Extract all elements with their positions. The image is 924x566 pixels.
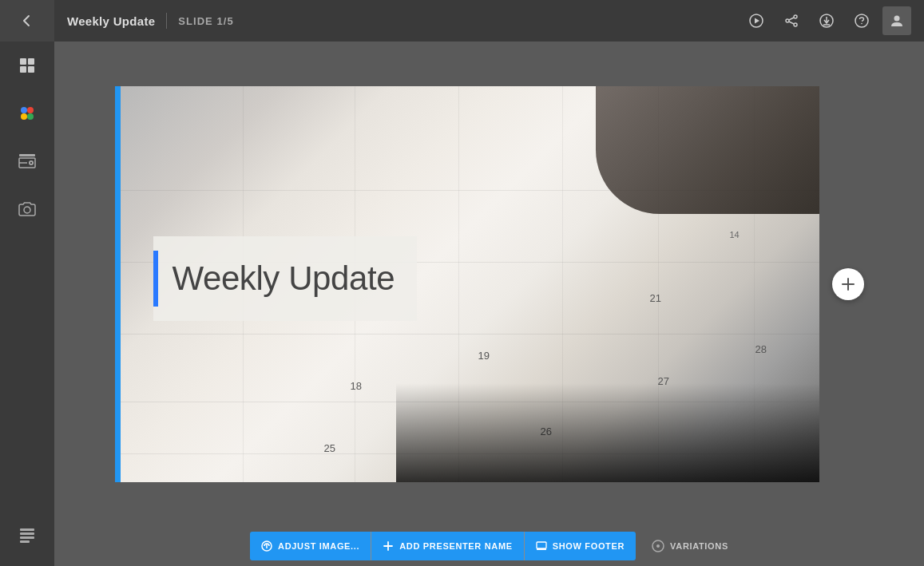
show-footer-button[interactable]: SHOW FOOTER: [525, 532, 636, 560]
cal-num-25: 25: [324, 442, 335, 454]
toolbar-button-group: ADJUST IMAGE... ADD PRESENTER NAME SHOW …: [250, 532, 636, 560]
sidebar: [0, 0, 54, 566]
download-button[interactable]: [812, 6, 841, 35]
svg-point-29: [861, 23, 863, 25]
slide-counter: SLIDE 1/5: [178, 15, 233, 27]
svg-rect-0: [20, 58, 26, 65]
presentation-title: Weekly Update: [67, 14, 155, 28]
share-button[interactable]: [777, 6, 806, 35]
svg-rect-16: [20, 536, 34, 539]
show-footer-icon: [536, 541, 547, 551]
slide-settings-icon: [18, 152, 37, 171]
adjust-image-label: ADJUST IMAGE...: [278, 541, 359, 551]
adjust-image-button[interactable]: ADJUST IMAGE...: [250, 532, 371, 560]
sidebar-item-settings[interactable]: [0, 137, 54, 185]
cal-num-19: 19: [478, 350, 490, 362]
sidebar-item-camera[interactable]: [0, 185, 54, 233]
svg-point-40: [656, 544, 660, 548]
svg-rect-38: [537, 548, 546, 550]
add-slide-button[interactable]: [832, 268, 864, 300]
svg-point-21: [794, 23, 797, 26]
cal-num-18: 18: [351, 380, 362, 392]
svg-rect-2: [20, 66, 26, 73]
slide-title: Weekly Update: [173, 259, 395, 298]
svg-rect-15: [20, 532, 34, 535]
svg-marker-19: [755, 18, 759, 24]
svg-rect-14: [20, 528, 34, 531]
content-area: 18 19 21 25 26 27 28 29 14 Weekly Update: [54, 42, 924, 526]
add-presenter-button[interactable]: ADD PRESENTER NAME: [371, 532, 523, 560]
topbar-actions: [742, 6, 911, 35]
svg-point-30: [894, 16, 900, 22]
show-footer-label: SHOW FOOTER: [553, 541, 625, 551]
list-icon: [18, 527, 36, 544]
back-button[interactable]: [0, 0, 54, 42]
topbar-divider: [166, 13, 167, 29]
share-icon: [784, 14, 799, 28]
svg-point-5: [27, 107, 34, 113]
apps-icon: [18, 104, 37, 123]
plus-icon: [840, 276, 856, 292]
main-area: Weekly Update SLIDE 1/5: [54, 0, 924, 566]
title-accent-bar: [153, 251, 158, 307]
cal-num-21: 21: [650, 292, 661, 304]
svg-rect-3: [28, 66, 34, 73]
svg-point-22: [786, 19, 789, 22]
slide-dark-corner: [596, 86, 819, 214]
slide-title-box: Weekly Update: [153, 236, 418, 321]
slide-dark-bottom: [396, 383, 819, 482]
svg-point-6: [21, 113, 27, 120]
svg-rect-8: [19, 154, 35, 156]
svg-point-7: [27, 113, 34, 120]
play-button[interactable]: [742, 6, 771, 35]
adjust-image-icon: [261, 540, 272, 552]
add-presenter-label: ADD PRESENTER NAME: [399, 541, 512, 551]
user-icon: [890, 14, 904, 28]
help-button[interactable]: [847, 6, 876, 35]
slide-frame[interactable]: 18 19 21 25 26 27 28 29 14 Weekly Update: [115, 86, 819, 482]
slide-blue-accent: [115, 86, 121, 482]
download-icon: [819, 14, 834, 28]
cal-num-14: 14: [730, 230, 740, 239]
svg-point-4: [21, 107, 27, 113]
variations-label: VARIATIONS: [670, 541, 728, 551]
variations-icon: [652, 540, 664, 552]
user-button[interactable]: [882, 6, 911, 35]
slide-container: 18 19 21 25 26 27 28 29 14 Weekly Update: [115, 86, 864, 482]
add-presenter-icon: [383, 540, 394, 552]
svg-rect-1: [28, 58, 34, 65]
svg-rect-37: [537, 542, 546, 548]
svg-point-13: [24, 207, 30, 213]
variations-button[interactable]: VARIATIONS: [652, 540, 728, 552]
sidebar-item-apps[interactable]: [0, 89, 54, 137]
bottom-toolbar: ADJUST IMAGE... ADD PRESENTER NAME SHOW …: [54, 526, 924, 566]
camera-icon: [18, 200, 37, 219]
help-icon: [855, 14, 869, 28]
svg-line-23: [789, 18, 794, 20]
play-icon: [749, 14, 763, 28]
svg-rect-17: [20, 540, 30, 543]
sidebar-item-grid[interactable]: [0, 42, 54, 89]
grid-icon: [18, 57, 36, 74]
svg-line-24: [789, 22, 794, 24]
svg-point-11: [30, 162, 32, 164]
topbar: Weekly Update SLIDE 1/5: [54, 0, 924, 42]
svg-point-20: [794, 15, 797, 18]
cal-num-28: 28: [755, 343, 767, 355]
sidebar-item-list[interactable]: [0, 512, 54, 560]
